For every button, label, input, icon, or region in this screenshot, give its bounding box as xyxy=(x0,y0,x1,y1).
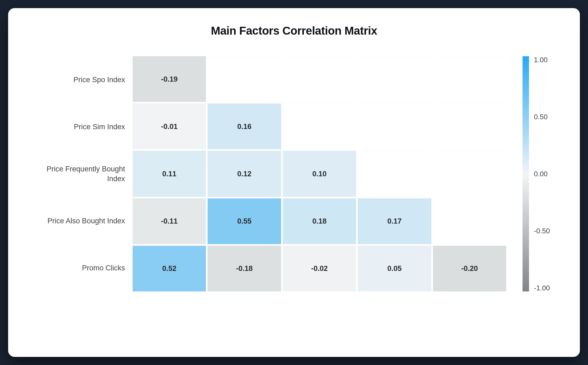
heatmap-cell xyxy=(433,151,506,197)
heatmap-cell: -0.19 xyxy=(133,56,206,102)
heatmap-cell: 0.11 xyxy=(133,151,206,197)
heatmap-cell: 0.18 xyxy=(283,198,356,244)
colorbar-ticks: 1.000.500.00-0.50-1.00 xyxy=(534,56,556,291)
chart-title: Main Factors Correlation Matrix xyxy=(30,24,558,37)
heatmap-cell: -0.01 xyxy=(133,104,206,149)
heatmap-cell xyxy=(358,104,431,149)
row-label: Price Also Bought Index xyxy=(30,197,133,244)
heatmap-cell xyxy=(283,104,356,149)
row-label: Price Sim Index xyxy=(30,103,133,150)
heatmap-cell xyxy=(433,56,506,102)
chart-area: Price Spo IndexPrice Sim IndexPrice Freq… xyxy=(30,56,558,291)
row-label: Price Spo Index xyxy=(30,56,133,103)
row-label: Price Frequently Bought Index xyxy=(30,150,133,197)
heatmap-cell: -0.02 xyxy=(283,246,356,291)
colorbar-tick: -1.00 xyxy=(534,284,556,291)
colorbar-gradient xyxy=(523,56,529,291)
heatmap-cell: -0.11 xyxy=(133,198,206,244)
heatmap-cell: 0.16 xyxy=(208,104,281,149)
row-label: Promo Clicks xyxy=(30,244,133,291)
heatmap-cell: 0.05 xyxy=(358,246,431,291)
heatmap-cell: 0.52 xyxy=(133,246,206,291)
chart-card: Main Factors Correlation Matrix Price Sp… xyxy=(8,8,580,357)
heatmap-cell: 0.12 xyxy=(208,151,281,197)
heatmap-cell: -0.20 xyxy=(433,246,506,291)
heatmap-cell xyxy=(433,198,506,244)
heatmap-matrix: Price Spo IndexPrice Sim IndexPrice Freq… xyxy=(30,56,506,291)
heatmap-cell xyxy=(358,56,431,102)
colorbar-tick: 1.00 xyxy=(534,56,556,63)
heatmap-grid: -0.19-0.010.160.110.120.10-0.110.550.180… xyxy=(133,56,506,291)
heatmap-cell xyxy=(433,104,506,149)
colorbar-tick: -0.50 xyxy=(534,227,556,234)
heatmap-cell: 0.55 xyxy=(208,198,281,244)
colorbar: 1.000.500.00-0.50-1.00 xyxy=(523,56,558,291)
heatmap-cell xyxy=(283,56,356,102)
heatmap-cell xyxy=(208,56,281,102)
colorbar-tick: 0.50 xyxy=(534,113,556,120)
colorbar-tick: 0.00 xyxy=(534,170,556,177)
row-labels: Price Spo IndexPrice Sim IndexPrice Freq… xyxy=(30,56,133,291)
heatmap-cell: 0.17 xyxy=(358,198,431,244)
heatmap-cell: 0.10 xyxy=(283,151,356,197)
heatmap-cell: -0.18 xyxy=(208,246,281,291)
heatmap-cell xyxy=(358,151,431,197)
